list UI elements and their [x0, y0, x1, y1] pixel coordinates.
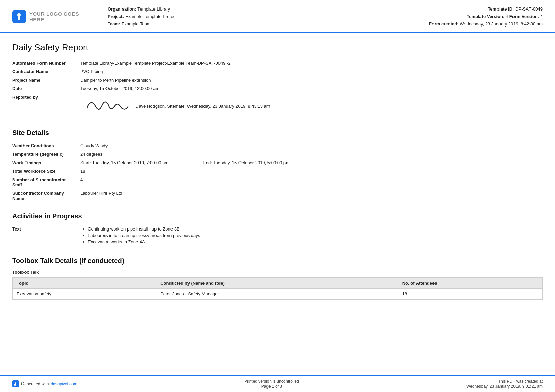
date-label: Date: [12, 84, 80, 93]
activities-text-label: Text: [12, 225, 80, 248]
weather-value: Cloudy Windy: [80, 141, 543, 150]
page: YOUR LOGO GOES HERE Organisation: Templa…: [0, 0, 555, 308]
template-version-value: 4: [506, 14, 508, 19]
basic-info-table: Automated Form Number Template Library-E…: [12, 59, 543, 119]
activity-item-1: Continuing work on pipe install - up to …: [88, 226, 540, 232]
org-label: Organisation:: [108, 6, 136, 12]
activity-item-2: Labourers in to clean up messy areas fro…: [88, 233, 540, 238]
footer-page: Page 1 of 3: [244, 384, 299, 389]
col-attendees: No. of Attendees: [398, 278, 542, 289]
footer-left: Generated with dashpivot.com: [12, 380, 77, 387]
workforce-row: Total Workforce Size 18: [12, 167, 543, 175]
workforce-value: 18: [80, 167, 543, 175]
activities-table: Text Continuing work on pipe install - u…: [12, 225, 543, 248]
work-timings-end: End: Tuesday, 15 October 2019, 5:00:00 p…: [203, 160, 540, 165]
toolbox-table: Topic Conducted by (Name and role) No. o…: [12, 277, 543, 300]
footer-link[interactable]: dashpivot.com: [51, 381, 77, 386]
timings-row: Start: Tuesday, 15 October 2019, 7:00:00…: [80, 160, 540, 165]
workforce-label: Total Workforce Size: [12, 167, 80, 175]
contractor-label: Contractor Name: [12, 67, 80, 76]
org-line: Organisation: Template Library: [108, 5, 429, 13]
date-value: Tuesday, 15 October 2019, 12:00:00 am: [80, 84, 543, 93]
project-value: Example Template Project: [125, 14, 177, 19]
row-conducted-by: Peter Jones - Safety Manager: [156, 289, 398, 300]
subcontractor-company-row: Subcontractor Company Name Labourer Hire…: [12, 189, 543, 203]
logo-icon: [12, 10, 26, 23]
header-right-info: Template ID: DP-SAF-0049 Template Versio…: [429, 5, 543, 28]
form-created-label: Form created:: [429, 21, 459, 27]
reported-by-value: Dave Hodgson, Sitemate, Wednesday, 23 Ja…: [80, 93, 543, 119]
activities-title: Activities in Progress: [12, 212, 543, 220]
logo-text: YOUR LOGO GOES HERE: [29, 11, 87, 22]
signature-svg: [80, 95, 131, 115]
activities-row: Text Continuing work on pipe install - u…: [12, 225, 543, 248]
toolbox-title: Toolbox Talk Details (If conducted): [12, 257, 543, 265]
org-value: Template Library: [137, 6, 170, 12]
header: YOUR LOGO GOES HERE Organisation: Templa…: [0, 0, 555, 33]
subcontractor-staff-row: Number of Subcontractor Staff 4: [12, 175, 543, 189]
versions-line: Template Version: 4 Form Version: 4: [429, 13, 543, 20]
footer-uncontrolled: Printed version is uncontrolled: [244, 379, 299, 384]
subcontractor-company-value: Labourer Hire Pty Ltd: [80, 189, 543, 203]
table-row: Excavation safety Peter Jones - Safety M…: [13, 289, 543, 300]
weather-label: Weather Conditions: [12, 141, 80, 150]
project-line: Project: Example Template Project: [108, 13, 429, 20]
automated-form-value: Template Library-Example Template Projec…: [80, 59, 543, 67]
template-id-line: Template ID: DP-SAF-0049: [429, 5, 543, 13]
work-timings-value: Start: Tuesday, 15 October 2019, 7:00:00…: [80, 158, 543, 167]
project-row: Project Name Dampier to Perth Pipeline e…: [12, 76, 543, 84]
form-version-label: Form Version:: [509, 14, 539, 19]
team-value: Example Team: [121, 21, 151, 27]
weather-row: Weather Conditions Cloudy Windy: [12, 141, 543, 150]
site-details-title: Site Details: [12, 129, 543, 137]
footer-center: Printed version is uncontrolled Page 1 o…: [244, 379, 299, 389]
template-id-value: DP-SAF-0049: [515, 6, 543, 12]
footer-pdf-label: This PDF was created at: [466, 379, 543, 384]
footer: Generated with dashpivot.com Printed ver…: [0, 375, 555, 392]
subcontractor-staff-label: Number of Subcontractor Staff: [12, 175, 80, 189]
signature-area: Dave Hodgson, Sitemate, Wednesday, 23 Ja…: [80, 95, 540, 118]
work-timings-label: Work Timings: [12, 158, 80, 167]
form-created-line: Form created: Wednesday, 23 January 2019…: [429, 20, 543, 28]
automated-form-row: Automated Form Number Template Library-E…: [12, 59, 543, 67]
automated-form-label: Automated Form Number: [12, 59, 80, 67]
form-version-value: 4: [540, 14, 543, 19]
svg-rect-0: [14, 384, 15, 386]
project-label: Project:: [108, 14, 124, 19]
signature: [80, 95, 131, 118]
work-timings-start: Start: Tuesday, 15 October 2019, 7:00:00…: [80, 160, 203, 165]
logo-area: YOUR LOGO GOES HERE: [12, 10, 87, 23]
date-row: Date Tuesday, 15 October 2019, 12:00:00 …: [12, 84, 543, 93]
activity-item-3: Excavation works in Zone 4A: [88, 239, 540, 244]
temperature-value: 24 degrees: [80, 150, 543, 158]
activities-list: Continuing work on pipe install - up to …: [80, 226, 540, 244]
contractor-value: PVC Piping: [80, 67, 543, 76]
toolbox-subsection-label: Toolbox Talk: [12, 270, 543, 275]
work-timings-row: Work Timings Start: Tuesday, 15 October …: [12, 158, 543, 167]
svg-rect-1: [15, 382, 16, 386]
reported-by-row: Reported by Dave Hodgson, Sitemate, Wedn…: [12, 93, 543, 119]
header-center-info: Organisation: Template Library Project: …: [87, 5, 429, 28]
footer-right: This PDF was created at Wednesday, 23 Ja…: [466, 379, 543, 389]
svg-rect-2: [17, 382, 17, 386]
col-topic: Topic: [13, 278, 156, 289]
site-details-table: Weather Conditions Cloudy Windy Temperat…: [12, 141, 543, 203]
row-topic: Excavation safety: [13, 289, 156, 300]
template-version-label: Template Version:: [467, 14, 504, 19]
subcontractor-company-label: Subcontractor Company Name: [12, 189, 80, 203]
subcontractor-staff-value: 4: [80, 175, 543, 189]
team-label: Team:: [108, 21, 120, 27]
team-line: Team: Example Team: [108, 20, 429, 28]
table-header-row: Topic Conducted by (Name and role) No. o…: [13, 278, 543, 289]
contractor-row: Contractor Name PVC Piping: [12, 67, 543, 76]
footer-generated-label: Generated with: [21, 381, 49, 386]
project-name-value: Dampier to Perth Pipeline extension: [80, 76, 543, 84]
temperature-label: Temperature (degrees c): [12, 150, 80, 158]
activities-list-cell: Continuing work on pipe install - up to …: [80, 225, 543, 248]
temperature-row: Temperature (degrees c) 24 degrees: [12, 150, 543, 158]
reported-by-label: Reported by: [12, 93, 80, 119]
footer-logo-icon: [12, 380, 19, 387]
report-title: Daily Safety Report: [12, 42, 543, 53]
row-attendees: 18: [398, 289, 542, 300]
main-content: Daily Safety Report Automated Form Numbe…: [0, 33, 555, 308]
